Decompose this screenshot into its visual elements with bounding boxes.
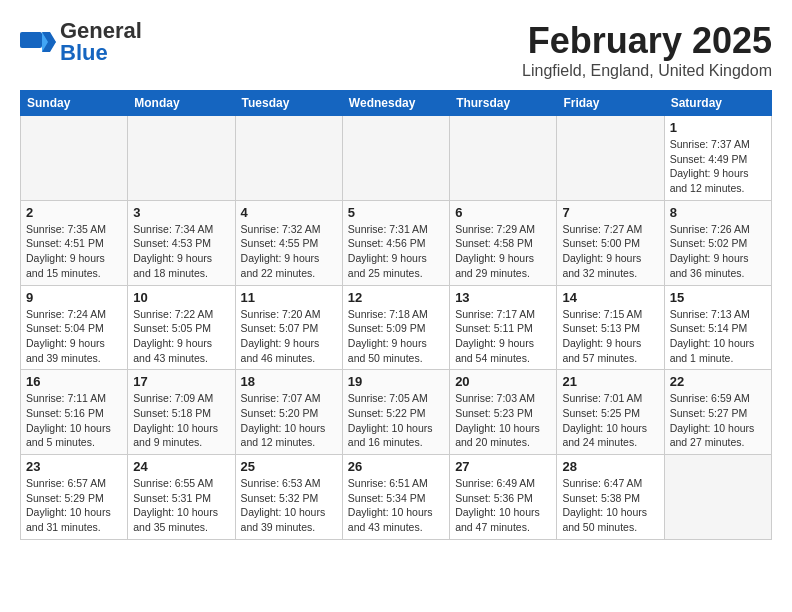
day-info: Sunrise: 6:51 AM Sunset: 5:34 PM Dayligh… [348, 476, 444, 535]
day-info: Sunrise: 6:57 AM Sunset: 5:29 PM Dayligh… [26, 476, 122, 535]
day-number: 10 [133, 290, 229, 305]
calendar-cell [557, 116, 664, 201]
day-number: 14 [562, 290, 658, 305]
day-number: 2 [26, 205, 122, 220]
calendar-cell: 9Sunrise: 7:24 AM Sunset: 5:04 PM Daylig… [21, 285, 128, 370]
day-number: 15 [670, 290, 766, 305]
day-number: 13 [455, 290, 551, 305]
day-info: Sunrise: 6:55 AM Sunset: 5:31 PM Dayligh… [133, 476, 229, 535]
day-info: Sunrise: 7:35 AM Sunset: 4:51 PM Dayligh… [26, 222, 122, 281]
calendar-week-row: 16Sunrise: 7:11 AM Sunset: 5:16 PM Dayli… [21, 370, 772, 455]
calendar-cell [21, 116, 128, 201]
day-info: Sunrise: 7:20 AM Sunset: 5:07 PM Dayligh… [241, 307, 337, 366]
day-info: Sunrise: 7:29 AM Sunset: 4:58 PM Dayligh… [455, 222, 551, 281]
day-number: 27 [455, 459, 551, 474]
day-number: 28 [562, 459, 658, 474]
calendar-cell: 20Sunrise: 7:03 AM Sunset: 5:23 PM Dayli… [450, 370, 557, 455]
logo: General Blue [20, 20, 142, 64]
calendar-week-row: 9Sunrise: 7:24 AM Sunset: 5:04 PM Daylig… [21, 285, 772, 370]
day-info: Sunrise: 6:59 AM Sunset: 5:27 PM Dayligh… [670, 391, 766, 450]
day-info: Sunrise: 7:15 AM Sunset: 5:13 PM Dayligh… [562, 307, 658, 366]
day-number: 9 [26, 290, 122, 305]
day-number: 25 [241, 459, 337, 474]
page-header: General Blue February 2025 Lingfield, En… [20, 20, 772, 80]
day-info: Sunrise: 6:47 AM Sunset: 5:38 PM Dayligh… [562, 476, 658, 535]
calendar-cell: 6Sunrise: 7:29 AM Sunset: 4:58 PM Daylig… [450, 200, 557, 285]
calendar-cell: 22Sunrise: 6:59 AM Sunset: 5:27 PM Dayli… [664, 370, 771, 455]
day-info: Sunrise: 7:32 AM Sunset: 4:55 PM Dayligh… [241, 222, 337, 281]
calendar-cell [128, 116, 235, 201]
day-info: Sunrise: 7:13 AM Sunset: 5:14 PM Dayligh… [670, 307, 766, 366]
day-info: Sunrise: 7:22 AM Sunset: 5:05 PM Dayligh… [133, 307, 229, 366]
day-number: 18 [241, 374, 337, 389]
calendar-cell: 24Sunrise: 6:55 AM Sunset: 5:31 PM Dayli… [128, 455, 235, 540]
day-info: Sunrise: 7:05 AM Sunset: 5:22 PM Dayligh… [348, 391, 444, 450]
calendar-cell: 2Sunrise: 7:35 AM Sunset: 4:51 PM Daylig… [21, 200, 128, 285]
weekday-header-sunday: Sunday [21, 91, 128, 116]
calendar-cell: 25Sunrise: 6:53 AM Sunset: 5:32 PM Dayli… [235, 455, 342, 540]
calendar-cell: 27Sunrise: 6:49 AM Sunset: 5:36 PM Dayli… [450, 455, 557, 540]
day-number: 26 [348, 459, 444, 474]
weekday-header-monday: Monday [128, 91, 235, 116]
day-number: 21 [562, 374, 658, 389]
calendar-cell: 17Sunrise: 7:09 AM Sunset: 5:18 PM Dayli… [128, 370, 235, 455]
day-number: 8 [670, 205, 766, 220]
weekday-header-saturday: Saturday [664, 91, 771, 116]
day-info: Sunrise: 7:18 AM Sunset: 5:09 PM Dayligh… [348, 307, 444, 366]
calendar-cell: 12Sunrise: 7:18 AM Sunset: 5:09 PM Dayli… [342, 285, 449, 370]
calendar-cell [235, 116, 342, 201]
day-number: 23 [26, 459, 122, 474]
day-info: Sunrise: 7:17 AM Sunset: 5:11 PM Dayligh… [455, 307, 551, 366]
logo-icon [20, 28, 56, 56]
day-info: Sunrise: 7:34 AM Sunset: 4:53 PM Dayligh… [133, 222, 229, 281]
day-number: 12 [348, 290, 444, 305]
calendar-table: SundayMondayTuesdayWednesdayThursdayFrid… [20, 90, 772, 540]
calendar-cell: 26Sunrise: 6:51 AM Sunset: 5:34 PM Dayli… [342, 455, 449, 540]
weekday-header-friday: Friday [557, 91, 664, 116]
day-info: Sunrise: 6:53 AM Sunset: 5:32 PM Dayligh… [241, 476, 337, 535]
calendar-cell: 21Sunrise: 7:01 AM Sunset: 5:25 PM Dayli… [557, 370, 664, 455]
calendar-cell: 14Sunrise: 7:15 AM Sunset: 5:13 PM Dayli… [557, 285, 664, 370]
month-title: February 2025 [522, 20, 772, 62]
calendar-cell: 18Sunrise: 7:07 AM Sunset: 5:20 PM Dayli… [235, 370, 342, 455]
day-info: Sunrise: 7:09 AM Sunset: 5:18 PM Dayligh… [133, 391, 229, 450]
day-info: Sunrise: 7:37 AM Sunset: 4:49 PM Dayligh… [670, 137, 766, 196]
calendar-cell: 11Sunrise: 7:20 AM Sunset: 5:07 PM Dayli… [235, 285, 342, 370]
weekday-header-tuesday: Tuesday [235, 91, 342, 116]
weekday-header-thursday: Thursday [450, 91, 557, 116]
day-number: 17 [133, 374, 229, 389]
day-number: 22 [670, 374, 766, 389]
day-number: 5 [348, 205, 444, 220]
day-info: Sunrise: 7:31 AM Sunset: 4:56 PM Dayligh… [348, 222, 444, 281]
day-number: 4 [241, 205, 337, 220]
weekday-header-wednesday: Wednesday [342, 91, 449, 116]
day-info: Sunrise: 7:07 AM Sunset: 5:20 PM Dayligh… [241, 391, 337, 450]
calendar-cell: 7Sunrise: 7:27 AM Sunset: 5:00 PM Daylig… [557, 200, 664, 285]
day-info: Sunrise: 7:01 AM Sunset: 5:25 PM Dayligh… [562, 391, 658, 450]
calendar-week-row: 1Sunrise: 7:37 AM Sunset: 4:49 PM Daylig… [21, 116, 772, 201]
calendar-cell: 3Sunrise: 7:34 AM Sunset: 4:53 PM Daylig… [128, 200, 235, 285]
svg-rect-0 [20, 32, 42, 48]
logo-text: General Blue [60, 18, 142, 65]
day-number: 19 [348, 374, 444, 389]
day-info: Sunrise: 7:27 AM Sunset: 5:00 PM Dayligh… [562, 222, 658, 281]
calendar-cell: 5Sunrise: 7:31 AM Sunset: 4:56 PM Daylig… [342, 200, 449, 285]
day-number: 3 [133, 205, 229, 220]
calendar-cell: 23Sunrise: 6:57 AM Sunset: 5:29 PM Dayli… [21, 455, 128, 540]
day-number: 6 [455, 205, 551, 220]
calendar-header-row: SundayMondayTuesdayWednesdayThursdayFrid… [21, 91, 772, 116]
calendar-cell: 28Sunrise: 6:47 AM Sunset: 5:38 PM Dayli… [557, 455, 664, 540]
calendar-cell: 15Sunrise: 7:13 AM Sunset: 5:14 PM Dayli… [664, 285, 771, 370]
location-text: Lingfield, England, United Kingdom [522, 62, 772, 80]
day-info: Sunrise: 7:26 AM Sunset: 5:02 PM Dayligh… [670, 222, 766, 281]
day-number: 7 [562, 205, 658, 220]
calendar-cell: 10Sunrise: 7:22 AM Sunset: 5:05 PM Dayli… [128, 285, 235, 370]
calendar-cell: 19Sunrise: 7:05 AM Sunset: 5:22 PM Dayli… [342, 370, 449, 455]
calendar-cell: 4Sunrise: 7:32 AM Sunset: 4:55 PM Daylig… [235, 200, 342, 285]
day-info: Sunrise: 6:49 AM Sunset: 5:36 PM Dayligh… [455, 476, 551, 535]
day-info: Sunrise: 7:24 AM Sunset: 5:04 PM Dayligh… [26, 307, 122, 366]
day-number: 16 [26, 374, 122, 389]
calendar-cell: 8Sunrise: 7:26 AM Sunset: 5:02 PM Daylig… [664, 200, 771, 285]
day-info: Sunrise: 7:03 AM Sunset: 5:23 PM Dayligh… [455, 391, 551, 450]
calendar-cell: 16Sunrise: 7:11 AM Sunset: 5:16 PM Dayli… [21, 370, 128, 455]
